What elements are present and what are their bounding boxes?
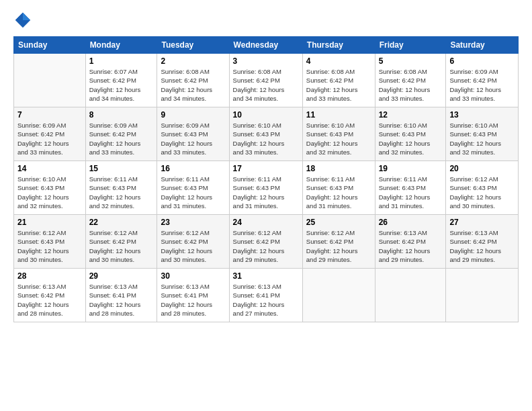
day-number: 29 [89, 271, 154, 281]
day-number: 14 [17, 164, 82, 173]
svg-marker-2 [15, 13, 23, 20]
day-number: 10 [233, 110, 299, 120]
day-header-saturday: Saturday [446, 37, 519, 54]
day-info: Sunrise: 6:12 AM Sunset: 6:42 PM Dayligh… [233, 228, 299, 264]
calendar-cell: 16Sunrise: 6:11 AM Sunset: 6:43 PM Dayli… [157, 161, 229, 215]
calendar-cell [446, 269, 519, 322]
day-info: Sunrise: 6:07 AM Sunset: 6:42 PM Dayligh… [89, 67, 154, 103]
day-info: Sunrise: 6:13 AM Sunset: 6:42 PM Dayligh… [379, 228, 443, 264]
calendar-cell [14, 54, 86, 107]
day-info: Sunrise: 6:11 AM Sunset: 6:43 PM Dayligh… [379, 175, 443, 210]
calendar-cell: 7Sunrise: 6:09 AM Sunset: 6:42 PM Daylig… [14, 107, 86, 161]
day-info: Sunrise: 6:13 AM Sunset: 6:41 PM Dayligh… [161, 282, 225, 318]
calendar-week-row: 21Sunrise: 6:12 AM Sunset: 6:43 PM Dayli… [14, 215, 519, 269]
day-number: 12 [379, 110, 443, 120]
calendar-cell: 11Sunrise: 6:10 AM Sunset: 6:43 PM Dayli… [302, 107, 375, 161]
page: SundayMondayTuesdayWednesdayThursdayFrid… [0, 0, 532, 411]
day-number: 25 [306, 218, 371, 227]
day-info: Sunrise: 6:09 AM Sunset: 6:42 PM Dayligh… [89, 121, 154, 156]
day-number: 11 [306, 110, 371, 120]
calendar-cell: 14Sunrise: 6:10 AM Sunset: 6:43 PM Dayli… [14, 161, 86, 215]
svg-marker-1 [23, 13, 30, 20]
day-info: Sunrise: 6:13 AM Sunset: 6:41 PM Dayligh… [233, 282, 299, 318]
day-header-tuesday: Tuesday [157, 37, 229, 54]
calendar-cell: 21Sunrise: 6:12 AM Sunset: 6:43 PM Dayli… [14, 215, 86, 269]
day-number: 7 [17, 110, 82, 120]
day-info: Sunrise: 6:13 AM Sunset: 6:42 PM Dayligh… [17, 282, 82, 318]
day-number: 8 [89, 110, 154, 120]
calendar-cell: 10Sunrise: 6:10 AM Sunset: 6:43 PM Dayli… [229, 107, 302, 161]
day-info: Sunrise: 6:12 AM Sunset: 6:43 PM Dayligh… [449, 175, 515, 210]
day-info: Sunrise: 6:08 AM Sunset: 6:42 PM Dayligh… [379, 67, 443, 103]
day-info: Sunrise: 6:10 AM Sunset: 6:43 PM Dayligh… [449, 121, 515, 156]
day-number: 15 [89, 164, 154, 173]
calendar-cell: 24Sunrise: 6:12 AM Sunset: 6:42 PM Dayli… [229, 215, 302, 269]
day-info: Sunrise: 6:08 AM Sunset: 6:42 PM Dayligh… [306, 67, 371, 103]
calendar-cell: 18Sunrise: 6:11 AM Sunset: 6:43 PM Dayli… [302, 161, 375, 215]
day-info: Sunrise: 6:11 AM Sunset: 6:43 PM Dayligh… [306, 175, 371, 210]
calendar-cell: 13Sunrise: 6:10 AM Sunset: 6:43 PM Dayli… [446, 107, 519, 161]
day-number: 24 [233, 218, 299, 227]
day-number: 18 [306, 164, 371, 173]
header [13, 11, 519, 30]
calendar-cell: 5Sunrise: 6:08 AM Sunset: 6:42 PM Daylig… [375, 54, 446, 107]
day-info: Sunrise: 6:08 AM Sunset: 6:42 PM Dayligh… [161, 67, 225, 103]
calendar-cell: 3Sunrise: 6:08 AM Sunset: 6:42 PM Daylig… [229, 54, 302, 107]
day-info: Sunrise: 6:12 AM Sunset: 6:42 PM Dayligh… [89, 228, 154, 264]
day-number: 6 [449, 56, 515, 66]
calendar-cell: 23Sunrise: 6:12 AM Sunset: 6:42 PM Dayli… [157, 215, 229, 269]
calendar-cell: 12Sunrise: 6:10 AM Sunset: 6:43 PM Dayli… [375, 107, 446, 161]
day-info: Sunrise: 6:11 AM Sunset: 6:43 PM Dayligh… [89, 175, 154, 210]
calendar-week-row: 14Sunrise: 6:10 AM Sunset: 6:43 PM Dayli… [14, 161, 519, 215]
calendar-cell: 9Sunrise: 6:09 AM Sunset: 6:43 PM Daylig… [157, 107, 229, 161]
day-number: 21 [17, 218, 82, 227]
day-number: 16 [161, 164, 225, 173]
logo-icon [13, 11, 32, 30]
day-header-wednesday: Wednesday [229, 37, 302, 54]
day-number: 4 [306, 56, 371, 66]
day-info: Sunrise: 6:10 AM Sunset: 6:43 PM Dayligh… [379, 121, 443, 156]
day-number: 17 [233, 164, 299, 173]
day-info: Sunrise: 6:09 AM Sunset: 6:42 PM Dayligh… [17, 121, 82, 156]
day-number: 23 [161, 218, 225, 227]
calendar-cell: 25Sunrise: 6:12 AM Sunset: 6:42 PM Dayli… [302, 215, 375, 269]
calendar-cell: 22Sunrise: 6:12 AM Sunset: 6:42 PM Dayli… [85, 215, 157, 269]
calendar-table: SundayMondayTuesdayWednesdayThursdayFrid… [13, 36, 519, 322]
day-number: 13 [449, 110, 515, 120]
day-info: Sunrise: 6:11 AM Sunset: 6:43 PM Dayligh… [161, 175, 225, 210]
calendar-cell: 17Sunrise: 6:11 AM Sunset: 6:43 PM Dayli… [229, 161, 302, 215]
calendar-week-row: 7Sunrise: 6:09 AM Sunset: 6:42 PM Daylig… [14, 107, 519, 161]
calendar-cell: 30Sunrise: 6:13 AM Sunset: 6:41 PM Dayli… [157, 269, 229, 322]
day-number: 2 [161, 56, 225, 66]
day-number: 20 [449, 164, 515, 173]
calendar-cell [375, 269, 446, 322]
day-number: 9 [161, 110, 225, 120]
day-header-sunday: Sunday [14, 37, 86, 54]
day-header-thursday: Thursday [302, 37, 375, 54]
calendar-cell: 1Sunrise: 6:07 AM Sunset: 6:42 PM Daylig… [85, 54, 157, 107]
calendar-week-row: 28Sunrise: 6:13 AM Sunset: 6:42 PM Dayli… [14, 269, 519, 322]
day-info: Sunrise: 6:09 AM Sunset: 6:42 PM Dayligh… [449, 67, 515, 103]
day-number: 5 [379, 56, 443, 66]
day-header-monday: Monday [85, 37, 157, 54]
day-number: 31 [233, 271, 299, 281]
day-header-friday: Friday [375, 37, 446, 54]
calendar-cell: 19Sunrise: 6:11 AM Sunset: 6:43 PM Dayli… [375, 161, 446, 215]
calendar-cell: 8Sunrise: 6:09 AM Sunset: 6:42 PM Daylig… [85, 107, 157, 161]
day-number: 27 [449, 218, 515, 227]
day-number: 30 [161, 271, 225, 281]
day-info: Sunrise: 6:12 AM Sunset: 6:42 PM Dayligh… [161, 228, 225, 264]
calendar-cell: 6Sunrise: 6:09 AM Sunset: 6:42 PM Daylig… [446, 54, 519, 107]
day-info: Sunrise: 6:09 AM Sunset: 6:43 PM Dayligh… [161, 121, 225, 156]
calendar-cell: 31Sunrise: 6:13 AM Sunset: 6:41 PM Dayli… [229, 269, 302, 322]
day-info: Sunrise: 6:10 AM Sunset: 6:43 PM Dayligh… [306, 121, 371, 156]
day-info: Sunrise: 6:10 AM Sunset: 6:43 PM Dayligh… [17, 175, 82, 210]
calendar-cell: 20Sunrise: 6:12 AM Sunset: 6:43 PM Dayli… [446, 161, 519, 215]
day-number: 19 [379, 164, 443, 173]
day-number: 1 [89, 56, 154, 66]
calendar-cell: 4Sunrise: 6:08 AM Sunset: 6:42 PM Daylig… [302, 54, 375, 107]
day-info: Sunrise: 6:12 AM Sunset: 6:42 PM Dayligh… [306, 228, 371, 264]
day-number: 3 [233, 56, 299, 66]
day-info: Sunrise: 6:13 AM Sunset: 6:42 PM Dayligh… [449, 228, 515, 264]
day-info: Sunrise: 6:13 AM Sunset: 6:41 PM Dayligh… [89, 282, 154, 318]
